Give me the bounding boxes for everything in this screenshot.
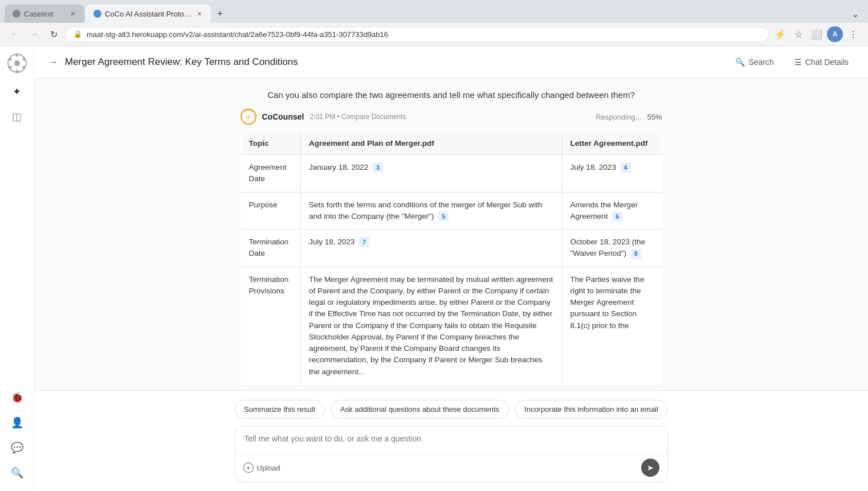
- row-merger-termination-provisions: The Merger Agreement may be terminated b…: [300, 267, 562, 384]
- sidebar-bottom: 🐞 👤 💬 🔍: [6, 386, 28, 484]
- bottom-area: Summarize this result Ask additional que…: [34, 390, 868, 491]
- refresh-button[interactable]: ↻: [46, 26, 62, 42]
- ai-spinner: [241, 109, 256, 125]
- row-topic-termination-provisions: Termination Provisions: [241, 267, 300, 384]
- responding-label: Responding...: [596, 113, 641, 121]
- sidebar-item-bug[interactable]: 🐞: [6, 386, 28, 409]
- ref-badge-7[interactable]: 7: [359, 237, 369, 247]
- user-message: Can you also compare the two agreements …: [235, 90, 668, 109]
- url-text: maat-stg-alt3.herokuapp.com/v2/ai-assist…: [87, 30, 760, 39]
- bookmark-button[interactable]: ☆: [790, 26, 806, 42]
- chat-icon: 💬: [11, 441, 23, 454]
- sidebar-item-ai[interactable]: ✦: [6, 80, 28, 103]
- ref-badge-8[interactable]: 8: [631, 249, 641, 259]
- upload-icon: +: [243, 463, 254, 473]
- table-row: Termination Date July 18, 2023 7 October…: [241, 230, 662, 267]
- chip-email[interactable]: Incorporate this information into an ema…: [515, 400, 668, 419]
- header-search-icon: 🔍: [735, 58, 745, 67]
- row-merger-termination-date: July 18, 2023 7: [300, 230, 562, 267]
- row-topic-purpose: Purpose: [241, 192, 300, 230]
- tab-expand-button[interactable]: ⌄: [847, 6, 863, 22]
- ai-status: Responding... 55%: [596, 113, 662, 121]
- col-header-letter: Letter Agreement.pdf: [562, 132, 662, 155]
- chat-input[interactable]: [235, 426, 667, 451]
- new-tab-button[interactable]: +: [212, 6, 228, 22]
- table-row: Termination Provisions The Merger Agreem…: [241, 267, 662, 384]
- progress-percentage: 55%: [647, 113, 662, 121]
- coco-favicon: [93, 10, 101, 18]
- app-logo[interactable]: [7, 53, 27, 73]
- screen-button[interactable]: ⬜: [809, 26, 825, 42]
- ai-response-header: ◎ CoCounsel 2:01 PM • Compare Documents …: [241, 109, 662, 125]
- svg-point-7: [9, 58, 11, 61]
- header-search-button[interactable]: 🔍 Search: [730, 54, 779, 70]
- logo-icon: [7, 53, 27, 73]
- chip-summarize[interactable]: Summarize this result: [234, 400, 325, 419]
- row-letter-purpose: Amends the Merger Agreement 6: [562, 192, 662, 230]
- input-footer: + Upload ➤: [235, 453, 667, 481]
- page-title: Merger Agreement Review: Key Terms and C…: [65, 56, 723, 68]
- tab-coco[interactable]: CoCo AI Assistant Prototype ×: [85, 5, 211, 23]
- forward-button[interactable]: →: [26, 26, 42, 42]
- upload-label: Upload: [257, 464, 280, 472]
- table-row: Agreement Date January 18, 2022 3 July 1…: [241, 155, 662, 193]
- ai-avatar: ◎: [241, 109, 256, 125]
- col-header-topic: Topic: [241, 132, 300, 155]
- ref-badge-5[interactable]: 5: [438, 211, 449, 222]
- ref-badge-4[interactable]: 4: [621, 162, 631, 173]
- send-button[interactable]: ➤: [641, 459, 659, 477]
- user-message-text: Can you also compare the two agreements …: [267, 90, 635, 100]
- sidebar-item-profile[interactable]: 👤: [6, 411, 28, 434]
- profile-avatar[interactable]: A: [827, 26, 843, 42]
- send-icon: ➤: [647, 463, 654, 472]
- casetext-favicon: [13, 10, 21, 18]
- header-chat-details-button[interactable]: ☰ Chat Details: [789, 54, 854, 70]
- url-bar[interactable]: 🔒 maat-stg-alt3.herokuapp.com/v2/ai-assi…: [65, 27, 769, 42]
- chat-details-icon: ☰: [794, 58, 802, 67]
- header-actions: 🔍 Search ☰ Chat Details: [730, 54, 854, 70]
- tab-casetext-close[interactable]: ×: [70, 9, 76, 18]
- nav-bar: ← → ↻ 🔒 maat-stg-alt3.herokuapp.com/v2/a…: [0, 23, 868, 46]
- suggestion-chips: Summarize this result Ask additional que…: [234, 400, 668, 419]
- ai-name: CoCounsel: [262, 112, 304, 121]
- upload-button[interactable]: + Upload: [243, 463, 280, 473]
- nav-actions: ⚡ ☆ ⬜ A ⋮: [772, 26, 861, 42]
- row-letter-termination-provisions: The Parties waive the right to terminate…: [562, 267, 662, 384]
- header-back-button[interactable]: →: [48, 56, 58, 68]
- ai-response: ◎ CoCounsel 2:01 PM • Compare Documents …: [229, 109, 674, 385]
- sidebar-item-chat[interactable]: 💬: [6, 436, 28, 459]
- chip-questions[interactable]: Ask additional questions about these doc…: [331, 400, 509, 419]
- tab-coco-close[interactable]: ×: [196, 9, 203, 18]
- tab-casetext[interactable]: Casetext ×: [5, 5, 84, 23]
- row-merger-purpose: Sets forth the terms and conditions of t…: [300, 192, 562, 230]
- tab-bar: Casetext × CoCo AI Assistant Prototype ×…: [0, 0, 868, 23]
- document-icon: ◫: [12, 111, 22, 123]
- user-icon: 👤: [11, 416, 23, 429]
- menu-button[interactable]: ⋮: [845, 26, 861, 42]
- sidebar-item-documents[interactable]: ◫: [6, 105, 28, 128]
- back-button[interactable]: ←: [7, 26, 23, 42]
- ref-badge-6[interactable]: 6: [612, 211, 622, 222]
- table-row: Purpose Sets forth the terms and conditi…: [241, 192, 662, 230]
- app-header: → Merger Agreement Review: Key Terms and…: [34, 46, 868, 79]
- sidebar: ✦ ◫ 🐞 👤 💬 🔍: [0, 46, 34, 491]
- bug-icon: 🐞: [11, 391, 23, 404]
- app-container: ✦ ◫ 🐞 👤 💬 🔍 → Merger Agreement Review:: [0, 46, 868, 491]
- svg-point-3: [22, 58, 25, 61]
- ai-info: ◎ CoCounsel 2:01 PM • Compare Documents: [241, 109, 406, 125]
- svg-point-2: [15, 54, 18, 57]
- row-merger-agreement-date: January 18, 2022 3: [300, 155, 562, 193]
- tab-casetext-label: Casetext: [24, 10, 66, 18]
- browser-chrome: Casetext × CoCo AI Assistant Prototype ×…: [0, 0, 868, 46]
- tab-coco-label: CoCo AI Assistant Prototype: [105, 10, 193, 18]
- ref-badge-3[interactable]: 3: [373, 162, 383, 173]
- row-topic-termination-date: Termination Date: [241, 230, 300, 267]
- extensions-button[interactable]: ⚡: [772, 26, 788, 42]
- row-topic-agreement-date: Agreement Date: [241, 155, 300, 193]
- sidebar-item-search[interactable]: 🔍: [6, 461, 28, 484]
- svg-point-6: [9, 66, 11, 69]
- row-letter-agreement-date: July 18, 2023 4: [562, 155, 662, 193]
- sparkle-icon: ✦: [13, 85, 21, 98]
- col-header-merger: Agreement and Plan of Merger.pdf: [300, 132, 562, 155]
- lock-icon: 🔒: [74, 30, 82, 38]
